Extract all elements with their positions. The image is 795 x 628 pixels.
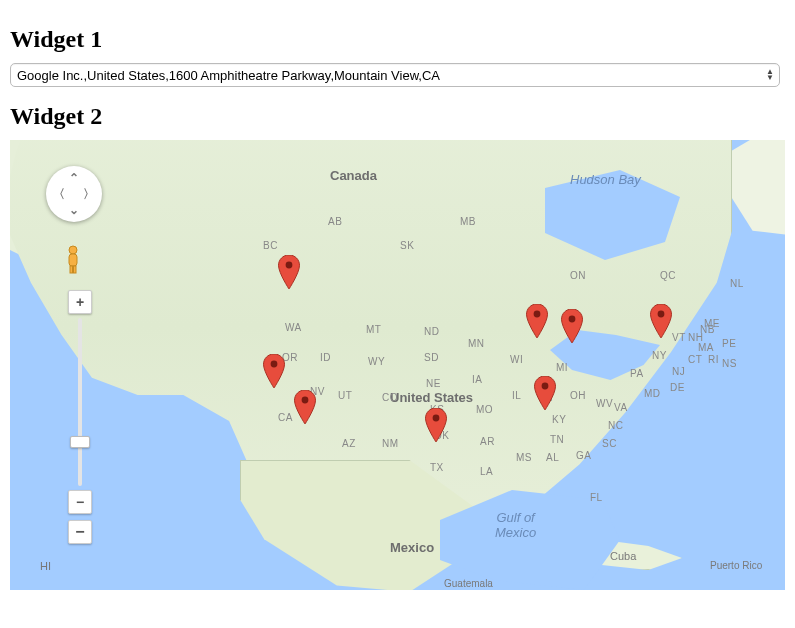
label-mexico: Mexico xyxy=(390,540,434,555)
prov-bc: BC xyxy=(263,240,278,251)
marker-ca-north[interactable] xyxy=(263,354,285,388)
svg-rect-11 xyxy=(74,266,77,273)
zoom-slider-track[interactable] xyxy=(78,318,82,486)
st-co: CO xyxy=(382,392,398,403)
st-nc: NC xyxy=(608,420,623,431)
marker-tn[interactable] xyxy=(534,376,556,410)
st-md: MD xyxy=(644,388,661,399)
svg-point-1 xyxy=(270,360,277,367)
svg-point-5 xyxy=(534,311,541,318)
st-nm: NM xyxy=(382,438,399,449)
svg-rect-9 xyxy=(69,254,77,266)
map-canvas[interactable]: Hudson Bay Gulf of Mexico Canada United … xyxy=(10,140,785,590)
st-ar: AR xyxy=(480,436,495,447)
st-me: ME xyxy=(704,318,720,329)
st-nd: ND xyxy=(424,326,439,337)
st-il: IL xyxy=(512,390,521,401)
st-wa: WA xyxy=(285,322,302,333)
svg-rect-10 xyxy=(70,266,73,273)
st-nh: NH xyxy=(688,332,703,343)
st-wi: WI xyxy=(510,354,523,365)
st-oh: OH xyxy=(570,390,586,401)
address-select-wrap: Google Inc.,United States,1600 Amphithea… xyxy=(10,63,780,87)
st-ky: KY xyxy=(552,414,566,425)
st-pa: PA xyxy=(630,368,644,379)
st-la: LA xyxy=(480,466,493,477)
st-ga: GA xyxy=(576,450,591,461)
st-mn: MN xyxy=(468,338,485,349)
st-mt: MT xyxy=(366,324,381,335)
label-canada: Canada xyxy=(330,168,377,183)
pan-up-button[interactable]: ⌃ xyxy=(69,172,79,184)
label-united-states: United States xyxy=(390,390,473,405)
zoom-out-button[interactable]: − xyxy=(68,490,92,514)
st-ny: NY xyxy=(652,350,667,361)
st-ia: IA xyxy=(472,374,482,385)
pan-down-button[interactable]: ⌄ xyxy=(69,204,79,216)
prov-ns: NS xyxy=(722,358,737,369)
st-nj: NJ xyxy=(672,366,685,377)
pan-left-button[interactable]: 〈 xyxy=(53,188,65,200)
st-az: AZ xyxy=(342,438,356,449)
prov-on: ON xyxy=(570,270,586,281)
st-mi: MI xyxy=(556,362,568,373)
st-mo: MO xyxy=(476,404,493,415)
st-ms: MS xyxy=(516,452,532,463)
st-al: AL xyxy=(546,452,559,463)
st-wy: WY xyxy=(368,356,385,367)
pan-control: ⌃ ⌄ 〈 〉 xyxy=(46,166,102,222)
st-ri: RI xyxy=(708,354,719,365)
prov-sk: SK xyxy=(400,240,414,251)
prov-qc: QC xyxy=(660,270,676,281)
st-fl: FL xyxy=(590,492,603,503)
label-gulf-of-mexico: Gulf of Mexico xyxy=(495,510,536,540)
st-ut: UT xyxy=(338,390,352,401)
label-puerto-rico: Puerto Rico xyxy=(710,560,762,571)
prov-nl: NL xyxy=(730,278,744,289)
st-sc: SC xyxy=(602,438,617,449)
st-ca: CA xyxy=(278,412,293,423)
st-tx: TX xyxy=(430,462,444,473)
svg-point-7 xyxy=(658,311,665,318)
st-de: DE xyxy=(670,382,685,393)
address-select[interactable]: Google Inc.,United States,1600 Amphithea… xyxy=(10,63,780,87)
st-ne: NE xyxy=(426,378,441,389)
marker-mi[interactable] xyxy=(561,309,583,343)
widget1-title: Widget 1 xyxy=(10,26,785,53)
st-va: VA xyxy=(614,402,628,413)
st-vt: VT xyxy=(672,332,686,343)
svg-point-8 xyxy=(69,246,77,254)
st-hi: HI xyxy=(40,560,51,572)
prov-pe: PE xyxy=(722,338,736,349)
zoom-in-button[interactable]: + xyxy=(68,290,92,314)
svg-point-0 xyxy=(286,261,293,268)
prov-mb: MB xyxy=(460,216,476,227)
pegman-icon[interactable] xyxy=(62,244,84,274)
marker-wi[interactable] xyxy=(526,304,548,338)
st-id: ID xyxy=(320,352,331,363)
zoom-out-outer-button[interactable]: − xyxy=(68,520,92,544)
label-hudson-bay: Hudson Bay xyxy=(570,172,641,187)
prov-ab: AB xyxy=(328,216,342,227)
svg-point-4 xyxy=(541,383,548,390)
marker-ny[interactable] xyxy=(650,304,672,338)
st-ct: CT xyxy=(688,354,702,365)
marker-wa[interactable] xyxy=(278,255,300,289)
svg-point-3 xyxy=(433,414,440,421)
svg-point-2 xyxy=(301,396,308,403)
widget2-title: Widget 2 xyxy=(10,103,785,130)
label-guatemala: Guatemala xyxy=(444,578,493,589)
st-tn: TN xyxy=(550,434,564,445)
zoom-slider-handle[interactable] xyxy=(70,436,90,448)
pan-right-button[interactable]: 〉 xyxy=(83,188,95,200)
st-sd: SD xyxy=(424,352,439,363)
marker-tx[interactable] xyxy=(425,408,447,442)
label-cuba: Cuba xyxy=(610,550,636,562)
marker-ca-south[interactable] xyxy=(294,390,316,424)
st-ma: MA xyxy=(698,342,714,353)
st-wv: WV xyxy=(596,398,613,409)
zoom-control: + − − xyxy=(68,290,92,544)
svg-point-6 xyxy=(568,315,575,322)
